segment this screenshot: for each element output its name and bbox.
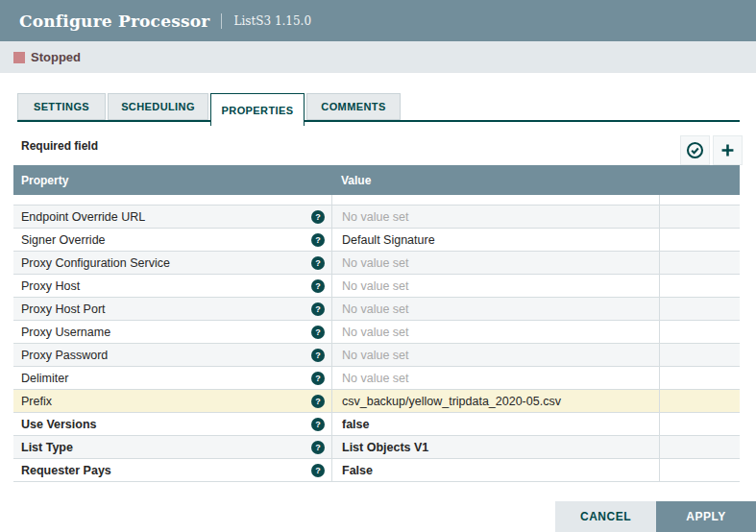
table-row: Proxy Username?No value set bbox=[13, 321, 740, 344]
tab-label: COMMENTS bbox=[321, 101, 385, 112]
property-value-cell[interactable]: No value set bbox=[331, 275, 660, 297]
table-row: Proxy Configuration Service?No value set bbox=[13, 252, 740, 275]
properties-table: Property Value SSL Context Service?No va… bbox=[13, 165, 740, 482]
status-bar: Stopped bbox=[0, 41, 756, 73]
status-text: Stopped bbox=[31, 50, 81, 64]
table-row: SSL Context Service?No value set bbox=[13, 195, 740, 206]
property-name: Use Versions bbox=[21, 418, 311, 431]
property-value-cell[interactable]: No value set bbox=[331, 367, 660, 389]
property-value-cell[interactable]: No value set bbox=[331, 252, 660, 274]
property-value: Default Signature bbox=[342, 233, 435, 247]
property-value-cell[interactable]: false bbox=[331, 413, 660, 435]
property-value: List Objects V1 bbox=[342, 441, 428, 454]
property-value: False bbox=[342, 464, 373, 477]
row-spacer-cell bbox=[660, 229, 740, 251]
property-name: List Type bbox=[21, 441, 311, 454]
property-name-cell: Signer Override? bbox=[13, 229, 331, 251]
help-icon[interactable]: ? bbox=[311, 441, 325, 454]
help-icon[interactable]: ? bbox=[311, 464, 325, 477]
cancel-button[interactable]: CANCEL bbox=[555, 501, 656, 532]
processor-name-version: ListS3 1.15.0 bbox=[221, 13, 311, 29]
property-value-cell[interactable]: No value set bbox=[331, 195, 660, 205]
property-name: Requester Pays bbox=[21, 464, 311, 477]
property-name: Proxy Configuration Service bbox=[21, 256, 311, 270]
row-spacer-cell bbox=[660, 413, 740, 435]
row-spacer-cell bbox=[660, 367, 740, 389]
property-value: No value set bbox=[342, 210, 408, 224]
table-row: Requester Pays?False bbox=[13, 459, 740, 482]
tab-label: PROPERTIES bbox=[222, 105, 294, 116]
property-value-cell[interactable]: No value set bbox=[331, 321, 660, 343]
property-name-cell: Prefix? bbox=[13, 390, 331, 412]
property-name: Prefix bbox=[21, 395, 311, 408]
help-icon[interactable]: ? bbox=[311, 326, 325, 339]
table-row: Delimiter?No value set bbox=[13, 367, 740, 390]
tabs: SETTINGSSCHEDULINGPROPERTIESCOMMENTS bbox=[17, 93, 740, 128]
property-name-cell: Requester Pays? bbox=[13, 459, 331, 481]
help-icon[interactable]: ? bbox=[311, 279, 325, 293]
table-header: Property Value bbox=[13, 165, 740, 195]
add-property-button[interactable] bbox=[713, 135, 743, 165]
row-spacer-cell bbox=[660, 344, 740, 366]
property-value-cell[interactable]: List Objects V1 bbox=[331, 436, 660, 458]
help-icon[interactable]: ? bbox=[311, 256, 325, 270]
property-name-cell: Delimiter? bbox=[13, 367, 331, 389]
verify-properties-button[interactable] bbox=[680, 135, 710, 165]
table-row: List Type?List Objects V1 bbox=[13, 436, 740, 459]
row-spacer-cell bbox=[660, 206, 740, 228]
property-value: false bbox=[342, 418, 370, 431]
tab-label: SETTINGS bbox=[34, 101, 89, 112]
tab-label: SCHEDULING bbox=[121, 101, 195, 112]
property-value-cell[interactable]: No value set bbox=[331, 344, 660, 366]
help-icon[interactable]: ? bbox=[311, 395, 325, 408]
property-value-cell[interactable]: No value set bbox=[331, 206, 660, 228]
table-row: Endpoint Override URL?No value set bbox=[13, 206, 740, 229]
row-spacer-cell bbox=[660, 252, 740, 274]
property-name: Signer Override bbox=[21, 233, 311, 247]
property-name-cell: Proxy Username? bbox=[13, 321, 331, 343]
property-value: No value set bbox=[342, 372, 408, 385]
property-name: Proxy Username bbox=[21, 326, 311, 339]
tab-comments[interactable]: COMMENTS bbox=[306, 93, 401, 120]
property-name-cell: Proxy Password? bbox=[13, 344, 331, 366]
help-icon[interactable]: ? bbox=[311, 349, 325, 362]
tab-scheduling[interactable]: SCHEDULING bbox=[108, 93, 208, 120]
table-body: SSL Context Service?No value setEndpoint… bbox=[13, 195, 740, 482]
property-value: No value set bbox=[342, 326, 408, 339]
help-icon[interactable]: ? bbox=[311, 233, 325, 247]
tab-properties[interactable]: PROPERTIES bbox=[210, 93, 305, 126]
tab-settings[interactable]: SETTINGS bbox=[17, 93, 106, 120]
row-spacer-cell bbox=[660, 390, 740, 412]
property-name: Endpoint Override URL bbox=[21, 210, 311, 224]
help-icon[interactable]: ? bbox=[311, 210, 325, 224]
row-spacer-cell bbox=[660, 195, 740, 205]
property-name-cell: Proxy Host? bbox=[13, 275, 331, 297]
table-row: Prefix?csv_backup/yellow_tripdata_2020-0… bbox=[13, 390, 740, 413]
help-icon[interactable]: ? bbox=[311, 418, 325, 431]
row-spacer-cell bbox=[660, 298, 740, 320]
property-name: Proxy Host Port bbox=[21, 302, 311, 316]
property-name-cell: SSL Context Service? bbox=[13, 195, 331, 205]
property-name-cell: Proxy Configuration Service? bbox=[13, 252, 331, 274]
row-spacer-cell bbox=[660, 275, 740, 297]
property-value: No value set bbox=[342, 349, 408, 362]
table-row: Use Versions?false bbox=[13, 413, 740, 436]
property-name-cell: Endpoint Override URL? bbox=[13, 206, 331, 228]
property-value-cell[interactable]: csv_backup/yellow_tripdata_2020-05.csv bbox=[331, 390, 660, 412]
apply-button[interactable]: APPLY bbox=[656, 501, 756, 532]
help-icon[interactable]: ? bbox=[311, 302, 325, 316]
property-value-cell[interactable]: Default Signature bbox=[331, 229, 660, 251]
property-value-cell[interactable]: No value set bbox=[331, 298, 660, 320]
help-icon[interactable]: ? bbox=[311, 372, 325, 385]
property-name: Delimiter bbox=[21, 372, 311, 385]
plus-icon bbox=[719, 141, 737, 159]
column-header-property: Property bbox=[13, 174, 331, 187]
property-name: Proxy Host bbox=[21, 279, 311, 293]
property-name: Proxy Password bbox=[21, 349, 311, 362]
property-value: csv_backup/yellow_tripdata_2020-05.csv bbox=[342, 395, 561, 408]
dialog-title: Configure Processor bbox=[19, 12, 209, 31]
property-value: No value set bbox=[342, 279, 408, 293]
table-row: Proxy Host?No value set bbox=[13, 275, 740, 298]
column-header-value: Value bbox=[331, 174, 660, 187]
property-value-cell[interactable]: False bbox=[331, 459, 660, 481]
